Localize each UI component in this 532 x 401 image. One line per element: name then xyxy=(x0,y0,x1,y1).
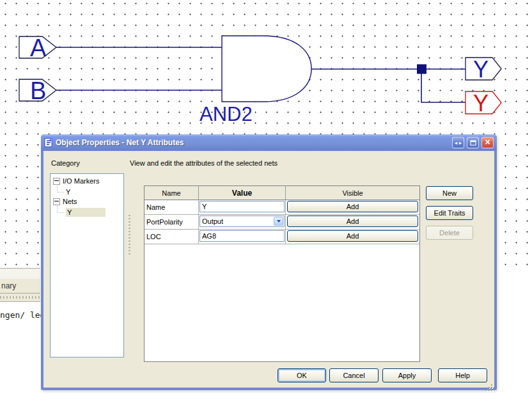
close-icon: × xyxy=(485,138,490,146)
add-visible-portpolarity-button[interactable]: Add xyxy=(287,216,418,227)
collapse-icon[interactable] xyxy=(53,198,60,205)
tree-node-label: Nets xyxy=(63,197,77,206)
dialog-titlebar[interactable]: Object Properties - Net Y Attributes ◄► … xyxy=(41,134,497,151)
attr-value-cell xyxy=(199,200,286,214)
portpolarity-dropdown[interactable]: Output xyxy=(199,216,285,227)
collapse-icon[interactable] xyxy=(53,178,60,185)
attr-name-cell: LOC xyxy=(145,230,199,244)
loc-value-input[interactable] xyxy=(199,230,285,242)
tree-node-io-markers-y[interactable]: Y xyxy=(52,186,123,196)
resize-grip[interactable] xyxy=(491,384,492,386)
attr-value-cell xyxy=(199,230,286,244)
add-visible-name-button[interactable]: Add xyxy=(287,201,418,212)
dock-button[interactable]: ◄► xyxy=(452,137,464,148)
attr-visible-cell: Add xyxy=(286,230,419,244)
object-properties-dialog: Object Properties - Net Y Attributes ◄► … xyxy=(41,134,497,390)
attr-name-cell: Name xyxy=(145,200,199,214)
table-row: Name Add xyxy=(145,200,419,215)
gate-label: AND2 xyxy=(199,103,253,125)
summary-tab-fragment[interactable]: nary xyxy=(0,279,40,294)
dropdown-button[interactable] xyxy=(274,217,283,226)
input-marker-b-label: B xyxy=(30,77,46,104)
cancel-button[interactable]: Cancel xyxy=(329,368,379,382)
table-row: LOC Add xyxy=(145,230,419,244)
tree-node-io-markers[interactable]: I/O Markers xyxy=(52,176,123,186)
dialog-body: Category View and edit the attributes of… xyxy=(43,151,494,388)
attr-value-cell: Output xyxy=(199,215,286,229)
name-value-input[interactable] xyxy=(199,201,285,212)
tree-node-nets[interactable]: Nets xyxy=(52,196,123,207)
float-window-button[interactable] xyxy=(467,137,479,148)
category-tree[interactable]: I/O Markers Y Nets Y xyxy=(50,173,124,358)
attr-visible-cell: Add xyxy=(286,215,419,229)
tree-connector xyxy=(57,185,64,193)
attr-name-cell: PortPolarity xyxy=(145,215,199,229)
help-button[interactable]: Help xyxy=(438,368,487,382)
main-window-fragment: nary ngen/ led, xyxy=(0,268,40,401)
column-header-value: Value xyxy=(199,186,286,200)
attr-visible-cell: Add xyxy=(286,200,419,214)
attribute-table: Name Value Visible Name Add PortPolarity… xyxy=(144,185,420,362)
object-properties-icon xyxy=(44,138,53,147)
dropdown-selected-value: Output xyxy=(202,217,223,225)
toolbar-gripper[interactable] xyxy=(0,294,40,302)
add-visible-loc-button[interactable]: Add xyxy=(287,230,418,242)
delete-button[interactable]: Delete xyxy=(426,226,473,240)
new-button[interactable]: New xyxy=(426,186,473,200)
console-text-fragment: ngen/ led, xyxy=(0,302,40,320)
output-marker-y-blue-label: Y xyxy=(473,56,489,83)
close-button[interactable]: × xyxy=(481,137,494,148)
float-window-icon xyxy=(470,140,476,146)
edit-traits-button[interactable]: Edit Traits xyxy=(426,206,473,220)
dialog-description: View and edit the attributes of the sele… xyxy=(130,159,278,167)
ok-button[interactable]: OK xyxy=(278,368,326,382)
and2-gate[interactable] xyxy=(222,36,311,102)
category-label: Category xyxy=(51,159,80,167)
tree-node-label: I/O Markers xyxy=(63,177,99,185)
input-marker-a-label: A xyxy=(30,35,47,61)
column-header-visible: Visible xyxy=(286,186,419,200)
dialog-title: Object Properties - Net Y Attributes xyxy=(56,138,450,147)
tree-child-label: Y xyxy=(66,187,70,196)
table-row: PortPolarity Output Add xyxy=(145,215,419,230)
wire-branch[interactable] xyxy=(421,69,465,102)
tree-node-nets-y-selected[interactable]: Y xyxy=(52,207,123,217)
column-header-name: Name xyxy=(145,186,199,200)
output-marker-y-red-label: Y xyxy=(473,90,489,116)
dock-arrows-icon: ◄► xyxy=(454,141,463,145)
tree-connector xyxy=(57,206,64,213)
gripper-dots xyxy=(0,296,40,299)
splitter-handle[interactable] xyxy=(129,215,130,255)
table-header-row: Name Value Visible xyxy=(145,186,419,200)
chevron-down-icon xyxy=(277,220,281,224)
panel-gap xyxy=(0,269,40,279)
tree-child-label: Y xyxy=(66,208,106,217)
apply-button[interactable]: Apply xyxy=(382,368,432,382)
